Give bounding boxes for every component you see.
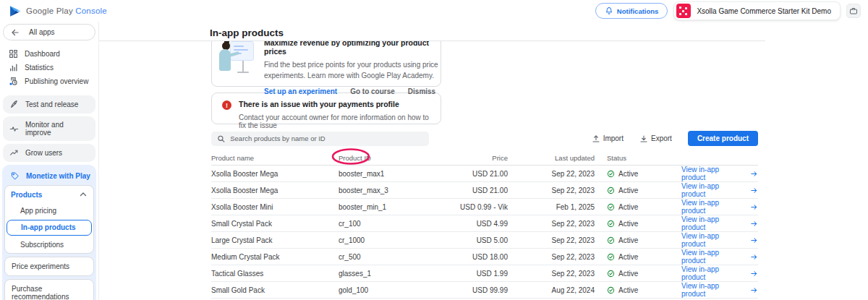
- search-icon: [217, 134, 225, 143]
- table-row: Small Gold Pack gold_100 USD 99.99 Aug 2…: [211, 282, 758, 299]
- promo-body: Find the best price points for your prod…: [264, 60, 445, 81]
- last-updated-cell: Sep 22, 2023: [508, 253, 595, 261]
- search-input[interactable]: [230, 134, 423, 142]
- grow-icon: [9, 148, 19, 158]
- product-name-cell: Tactical Glasses: [211, 270, 339, 278]
- sidebar-item-publishing-overview[interactable]: Publishing overview: [0, 74, 98, 88]
- chevron-up-icon: [79, 190, 88, 199]
- sidebar-item-grow-users[interactable]: Grow users: [3, 144, 95, 162]
- sidebar-item-subscriptions[interactable]: Subscriptions: [5, 237, 93, 253]
- import-button[interactable]: Import: [586, 134, 629, 143]
- products-group-card: Products App pricingIn-app productsSubsc…: [4, 185, 94, 254]
- sidebar-item-dashboard[interactable]: Dashboard: [0, 47, 98, 61]
- table-row: Xsolla Booster Mega booster_max1 USD 21.…: [211, 166, 758, 182]
- view-in-app-product-link[interactable]: View in-app product: [681, 232, 758, 248]
- warning-title: There is an issue with your payments pro…: [239, 100, 432, 108]
- search-box[interactable]: [211, 132, 429, 146]
- product-id-cell: booster_min_1: [339, 203, 433, 211]
- check-circle-icon: [607, 270, 615, 278]
- price-cell: USD 99.99: [433, 286, 508, 294]
- sidebar-item-in-app-products[interactable]: In-app products: [7, 220, 92, 236]
- go-to-course-link[interactable]: Go to course: [350, 87, 395, 95]
- sidebar-item-purchase-recommendations[interactable]: Purchase recommendations: [5, 280, 93, 300]
- view-in-app-product-link[interactable]: View in-app product: [681, 166, 758, 181]
- view-in-app-product-link[interactable]: View in-app product: [681, 199, 758, 215]
- table-row: Small Crystal Pack cr_100 USD 4.99 Sep 2…: [211, 215, 758, 232]
- table-header-row: Product name Product ID Price Last updat…: [211, 151, 758, 166]
- sidebar-item-statistics[interactable]: Statistics: [0, 61, 98, 74]
- sidebar-item-test-and-release[interactable]: Test and release: [3, 95, 95, 113]
- promo-banner: Maximize revenue by optimizing your prod…: [211, 41, 441, 87]
- dismiss-link[interactable]: Dismiss: [408, 87, 435, 95]
- last-updated-cell: Sep 22, 2023: [508, 170, 595, 178]
- product-id-cell: booster_max_3: [339, 187, 433, 194]
- status-cell: Active: [595, 187, 681, 194]
- logo-text-google-play: Google Play: [26, 7, 73, 15]
- arrow-right-icon: [750, 286, 758, 294]
- check-circle-icon: [607, 203, 615, 211]
- product-name-cell: Small Crystal Pack: [211, 220, 339, 228]
- product-name-cell: Xsolla Booster Mega: [211, 187, 339, 194]
- price-cell: USD 21.00: [433, 187, 508, 194]
- sidebar-item-monitor-and-improve[interactable]: Monitor and improve: [3, 116, 95, 141]
- export-button[interactable]: Export: [634, 134, 678, 143]
- status-cell: Active: [595, 203, 681, 211]
- check-circle-icon: [607, 170, 615, 178]
- tag-icon: [11, 171, 20, 180]
- sidebar-item-price-experiments[interactable]: Price experiments: [5, 257, 93, 275]
- last-updated-cell: Sep 22, 2023: [508, 270, 595, 278]
- column-status: Status: [595, 154, 681, 162]
- view-in-app-product-link[interactable]: View in-app product: [681, 182, 758, 198]
- column-price: Price: [433, 154, 508, 162]
- notifications-button[interactable]: Notifications: [595, 3, 668, 19]
- sidebar: All apps DashboardStatisticsPublishing o…: [0, 22, 99, 300]
- account-avatar[interactable]: [846, 4, 861, 18]
- product-name-cell: Xsolla Booster Mega: [211, 170, 339, 178]
- xsolla-app-icon: [676, 4, 691, 18]
- rocket-icon: [9, 100, 19, 109]
- status-cell: Active: [595, 220, 681, 228]
- table-row: Xsolla Booster Mini booster_min_1 USD 0.…: [211, 199, 758, 215]
- check-circle-icon: [607, 236, 615, 244]
- last-updated-cell: Sep 22, 2023: [508, 187, 595, 194]
- briefcase-icon: [849, 7, 858, 15]
- create-product-button[interactable]: Create product: [688, 131, 758, 146]
- status-cell: Active: [595, 286, 681, 294]
- status-cell: Active: [595, 236, 681, 244]
- view-in-app-product-link[interactable]: View in-app product: [681, 265, 758, 281]
- dashboard-icon: [9, 49, 18, 59]
- download-icon: [639, 134, 648, 143]
- view-in-app-product-link[interactable]: View in-app product: [681, 249, 758, 265]
- monetize-section: Monetize with Play Products App pricingI…: [2, 165, 96, 300]
- warning-body: Contact your account owner for more info…: [239, 113, 432, 129]
- price-cell: USD 4.99: [433, 220, 508, 228]
- set-up-experiment-link[interactable]: Set up an experiment: [264, 87, 337, 95]
- app-name: Xsolla Game Commerce Starter Kit Demo: [697, 7, 831, 15]
- arrow-right-icon: [750, 236, 758, 244]
- page-title: In-app products: [99, 22, 765, 38]
- app-switcher-chip[interactable]: Xsolla Game Commerce Starter Kit Demo: [673, 1, 841, 20]
- sidebar-item-monetize-with-play[interactable]: Monetize with Play: [4, 166, 94, 185]
- product-id-cell: cr_100: [339, 220, 433, 228]
- bell-icon: [605, 7, 613, 15]
- price-cell: USD 0.99 - Vik: [433, 203, 508, 211]
- arrow-right-icon: [750, 203, 758, 211]
- price-cell: USD 18.00: [433, 253, 508, 261]
- play-logo-icon: [9, 5, 21, 17]
- product-id-cell: cr_500: [339, 253, 433, 261]
- sidebar-item-products[interactable]: Products: [5, 186, 93, 203]
- pulse-icon: [9, 124, 19, 134]
- product-name-cell: Xsolla Booster Mini: [211, 203, 339, 211]
- logo-text-console: Console: [75, 7, 107, 15]
- products-toolbar: Import Export Create product: [211, 131, 758, 146]
- stats-icon: [9, 63, 18, 72]
- check-circle-icon: [607, 187, 615, 194]
- sidebar-item-app-pricing[interactable]: App pricing: [5, 203, 93, 219]
- column-product-id: Product ID: [339, 154, 433, 162]
- table-row: Tactical Glasses glasses_1 USD 1.99 Sep …: [211, 265, 758, 282]
- view-in-app-product-link[interactable]: View in-app product: [681, 282, 758, 298]
- view-in-app-product-link[interactable]: View in-app product: [681, 215, 758, 231]
- all-apps-button[interactable]: All apps: [3, 24, 95, 40]
- product-id-cell: booster_max1: [339, 170, 433, 178]
- payments-warning-banner: ! There is an issue with your payments p…: [211, 93, 441, 124]
